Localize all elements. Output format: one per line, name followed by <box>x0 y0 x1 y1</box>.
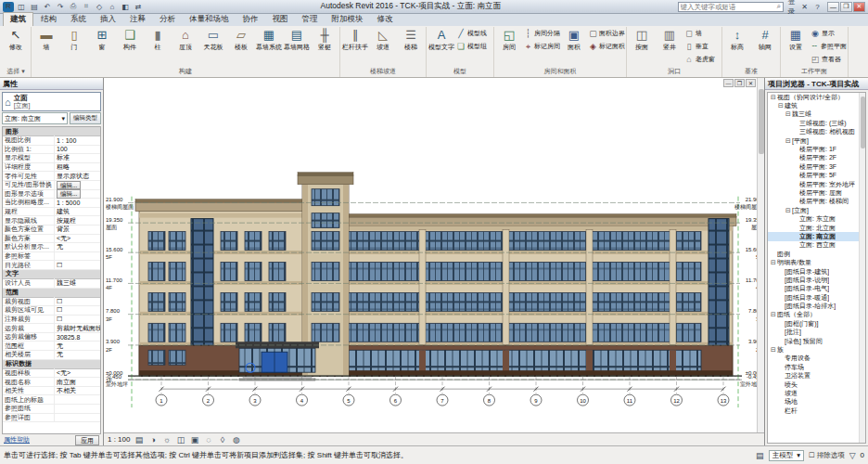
browser-item[interactable]: 楼层平面: 5F <box>768 172 859 180</box>
browser-item[interactable]: ⊟[立面] <box>768 206 859 214</box>
browser-item[interactable]: [图纸目录-建筑] <box>768 267 859 276</box>
search-icon[interactable]: ⌕ <box>775 2 783 11</box>
browser-scrollbar[interactable] <box>859 93 865 443</box>
tool-墙[interactable]: ▬墙 <box>32 27 60 58</box>
property-value[interactable]: ☐ <box>55 316 100 323</box>
reveal-hidden-icon[interactable]: ◍ <box>231 435 241 445</box>
view-close-icon[interactable]: ✕ <box>746 79 756 87</box>
ribbon-tab-系统[interactable]: 系统 <box>64 13 93 26</box>
instance-selector[interactable]: 立面: 南立面▾ <box>2 112 68 124</box>
browser-item[interactable]: 楼层平面: 2F <box>768 154 859 162</box>
elevation-drawing[interactable]: 21.900楼梯间屋面21.900楼梯间屋面19.350屋面19.350屋面15… <box>104 78 764 432</box>
browser-item[interactable]: 坡道 <box>768 389 859 397</box>
tool-标高[interactable]: ↕标高 <box>723 27 751 58</box>
properties-help-link[interactable]: 属性帮助 <box>4 435 30 445</box>
tool-修改[interactable]: ↖修改 <box>2 27 30 58</box>
edit-button[interactable]: 编辑... <box>57 189 81 199</box>
property-value[interactable]: 魏三维 <box>55 278 100 288</box>
browser-item[interactable]: 楼层平面: 屋面 <box>768 188 859 197</box>
browser-item[interactable]: [图纸目录-电气] <box>768 285 859 293</box>
canvas-vertical-scrollbar[interactable] <box>757 78 764 432</box>
browser-item[interactable]: ⊟建筑 <box>768 101 859 110</box>
shadows-icon[interactable]: ◫ <box>175 435 185 445</box>
tool-窗[interactable]: ⊞窗 <box>88 27 116 58</box>
browser-item[interactable]: [绿色] 预留间 <box>768 337 859 345</box>
ribbon-tab-修改[interactable]: 修改 <box>371 13 400 26</box>
ribbon-tab-附加模块[interactable]: 附加模块 <box>326 13 370 26</box>
property-value[interactable]: 30825.8 <box>55 334 100 341</box>
browser-item[interactable]: [图纸目录-暖通] <box>768 293 859 302</box>
collapse-icon[interactable]: ⊟ <box>770 259 777 266</box>
help-icon[interactable]: ? <box>812 3 823 11</box>
property-value[interactable]: 按规程 <box>55 216 100 226</box>
properties-header[interactable]: 属性 <box>0 78 103 90</box>
browser-item[interactable]: 楼层平面: 楼梯间 <box>768 198 859 206</box>
browser-item[interactable]: ⊟[平面] <box>768 136 859 145</box>
browser-item[interactable]: 立面: 东立面 <box>768 214 859 223</box>
exclude-options-checkbox[interactable]: ☐ 排除选项 <box>809 451 845 460</box>
tool-查看器[interactable]: ◰查看器 <box>810 53 847 66</box>
browser-item[interactable]: [批注] <box>768 329 859 337</box>
tool-显示[interactable]: ◉显示 <box>810 27 847 40</box>
revit-app-menu-icon[interactable]: R <box>3 2 14 12</box>
tool-模型线[interactable]: ╱模型线 <box>455 27 492 40</box>
browser-item[interactable]: ⊟族 <box>768 345 859 354</box>
browser-item[interactable]: 场地 <box>768 398 859 406</box>
temporary-hide-icon[interactable]: ◊ <box>217 435 227 445</box>
tool-标记面积[interactable]: ◈标记面积 <box>588 40 625 53</box>
design-option-select[interactable]: 主模型 ▾ <box>769 450 804 461</box>
browser-item[interactable]: 图例 <box>768 250 859 258</box>
view-restore-icon[interactable]: ❐ <box>734 79 745 87</box>
property-value[interactable]: 不相关 <box>55 386 100 395</box>
browser-item[interactable]: ⊟图纸（全部） <box>768 311 859 319</box>
tool-按面[interactable]: ◫按面 <box>628 27 656 58</box>
minimize-button[interactable]: — <box>827 2 839 12</box>
property-value[interactable]: 编辑... <box>55 181 100 190</box>
tool-垂直[interactable]: ▯垂直 <box>683 40 721 53</box>
browser-item[interactable]: 立面: 北立面 <box>768 224 859 232</box>
tool-幕墙网格[interactable]: ▤幕墙网格 <box>283 27 311 58</box>
property-value[interactable]: <无> <box>55 368 100 378</box>
tag-icon[interactable]: ◇ <box>94 3 105 11</box>
property-value[interactable]: 建筑 <box>55 207 100 216</box>
tool-设置[interactable]: ▦设置 <box>782 27 810 58</box>
crop-view-icon[interactable]: ▣ <box>189 435 199 445</box>
browser-item[interactable]: [图框(门窗)] <box>768 319 859 328</box>
ribbon-tab-注释[interactable]: 注释 <box>123 13 152 26</box>
undo-icon[interactable]: ↶ <box>42 3 53 11</box>
tool-模型组[interactable]: ❏模型组 <box>455 40 492 53</box>
property-value[interactable]: 1 : 100 <box>55 137 100 144</box>
print-icon[interactable]: ⎙ <box>68 2 79 11</box>
browser-item[interactable]: 楼层平面: 室外地坪 <box>768 180 859 188</box>
property-value[interactable]: 标准 <box>55 153 100 162</box>
ribbon-tab-建筑[interactable]: 建筑 <box>3 12 33 26</box>
browser-item[interactable]: 停车场 <box>768 363 859 371</box>
ribbon-tab-结构[interactable]: 结构 <box>34 13 63 26</box>
tool-竖梃[interactable]: ╫竖梃 <box>311 27 338 58</box>
view-scale-label[interactable]: 1 : 100 <box>108 435 130 444</box>
tool-面积[interactable]: ▣面积 <box>560 27 588 58</box>
browser-item[interactable]: [图纸目录-给排水] <box>768 302 859 310</box>
sun-path-icon[interactable]: ☼ <box>161 435 172 445</box>
property-value[interactable]: 无 <box>55 350 100 359</box>
save-icon[interactable]: ▤ <box>29 3 40 11</box>
ribbon-tab-管理[interactable]: 管理 <box>296 13 325 26</box>
type-selector[interactable]: ⌂ 立面 [立面] <box>2 92 101 111</box>
property-value[interactable]: 100 <box>55 146 100 152</box>
property-value[interactable]: 无 <box>55 242 100 251</box>
open-icon[interactable]: ◫ <box>16 3 27 11</box>
tool-天花板[interactable]: ▭天花板 <box>199 27 227 58</box>
close-button[interactable]: ✕ <box>853 2 865 12</box>
property-value[interactable]: 1 : 5000 <box>55 200 100 206</box>
tool-构件[interactable]: ❑构件 <box>116 27 144 58</box>
section-icon[interactable]: ◧ <box>120 3 131 11</box>
browser-item[interactable]: 喷头 <box>768 380 859 389</box>
building-elevation[interactable] <box>135 173 736 380</box>
collapse-icon[interactable]: ⊟ <box>770 94 777 101</box>
browser-item[interactable]: 立面: 南立面 <box>768 232 859 240</box>
browser-item[interactable]: 楼层平面: 1F <box>768 145 859 153</box>
ribbon-tab-协作[interactable]: 协作 <box>236 13 265 26</box>
collapse-icon[interactable]: ⊟ <box>777 102 785 110</box>
visual-style-icon[interactable]: ◑ <box>147 435 158 445</box>
exchange-icon[interactable]: ✕ <box>799 3 810 11</box>
